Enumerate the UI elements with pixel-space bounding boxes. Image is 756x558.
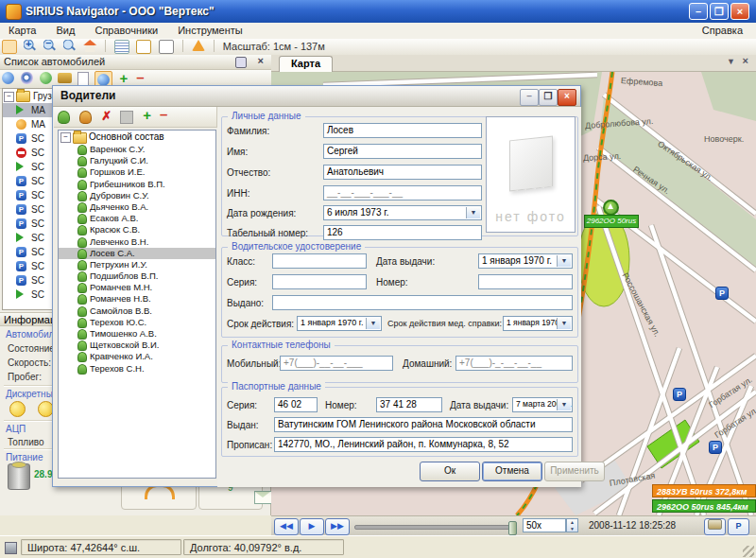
chevron-down-icon[interactable]: ▼ xyxy=(557,255,571,267)
driver-tree-item[interactable]: Грибешников В.П. xyxy=(59,179,215,190)
parking-marker-icon[interactable]: P xyxy=(709,441,722,454)
add-icon[interactable]: + xyxy=(119,71,128,85)
class-input[interactable] xyxy=(272,253,367,269)
delete-driver-icon[interactable]: ✗ xyxy=(101,109,112,123)
driver-tree-item[interactable]: Петрухин И.У. xyxy=(59,259,215,270)
remove-group-icon[interactable]: – xyxy=(160,108,167,120)
driver-tree-item[interactable]: Самойлов В.В. xyxy=(59,305,215,317)
play-icon[interactable]: ▶ xyxy=(300,518,324,535)
edit-icon[interactable] xyxy=(136,40,151,54)
add-driver-icon[interactable] xyxy=(58,111,70,124)
menu-vid[interactable]: Вид xyxy=(48,23,84,38)
med-valid-combo[interactable]: 1 января 1970 г.▼ xyxy=(503,316,573,331)
mobile-input[interactable]: +7(___)-__-__-___ xyxy=(280,356,393,371)
license-series-input[interactable] xyxy=(272,274,367,289)
menu-spravochniki[interactable]: Справочники xyxy=(86,23,166,38)
timeline-slider[interactable] xyxy=(354,525,515,530)
passport-issue-combo[interactable]: 7 марта 2002 г.▼ xyxy=(512,397,573,412)
driver-tree-item[interactable]: Лосев С.А. xyxy=(59,248,215,259)
driver-tree-item[interactable]: Варенюк С.У. xyxy=(59,144,215,155)
employee-number-input[interactable]: 126 xyxy=(323,225,482,240)
select-area-icon[interactable] xyxy=(159,40,174,54)
envelope-icon[interactable] xyxy=(254,491,272,504)
driver-tree-item[interactable]: Подшиблов В.П. xyxy=(59,270,215,282)
dialog-close-button[interactable]: × xyxy=(558,89,576,106)
parking-marker-icon[interactable]: P xyxy=(715,287,729,300)
resize-grip[interactable] xyxy=(743,546,754,557)
eye-icon[interactable] xyxy=(21,72,33,84)
zoom-in-icon[interactable] xyxy=(24,40,37,52)
dialog-title-bar[interactable]: Водители – ❐ × xyxy=(53,86,580,107)
ok-button[interactable]: Ок xyxy=(420,462,480,481)
driver-tree-item[interactable]: Кравченко И.А. xyxy=(59,351,215,362)
chevron-down-icon[interactable]: ▼ xyxy=(557,318,571,329)
map-close-icon[interactable]: × xyxy=(743,55,748,66)
birthdate-combo[interactable]: 6 июля 1973 г.▼ xyxy=(323,205,482,220)
panel-close-icon[interactable]: × xyxy=(258,55,264,66)
driver-tree-item[interactable]: Терехов Ю.С. xyxy=(59,317,215,328)
restore-button[interactable]: ❐ xyxy=(710,3,729,20)
truck-icon[interactable] xyxy=(58,73,72,83)
globe-green-icon[interactable] xyxy=(40,72,52,84)
list-icon[interactable] xyxy=(114,40,129,54)
driver-tree-item[interactable]: Горшков И.Е. xyxy=(59,166,215,178)
globe-icon[interactable] xyxy=(2,72,14,84)
menu-instrumenty[interactable]: Инструменты xyxy=(169,23,251,38)
driver-tree-item[interactable]: Романчев М.Н. xyxy=(59,282,215,293)
save-icon[interactable] xyxy=(120,111,133,124)
driver-tree-item[interactable]: Галуцкий С.И. xyxy=(59,155,215,166)
driver-tree-item[interactable]: Романчев Н.В. xyxy=(59,293,215,305)
parking-marker-icon[interactable]: P xyxy=(673,388,686,401)
move-driver-icon[interactable] xyxy=(79,111,92,124)
collapse-icon[interactable]: − xyxy=(4,92,14,102)
menu-karta[interactable]: Карта xyxy=(0,23,44,38)
inn-input[interactable]: __-__-___-___-__ xyxy=(323,185,482,201)
driver-tree-root[interactable]: − Основной состав xyxy=(59,131,215,144)
driver-tree-item[interactable]: Левченко В.Н. xyxy=(59,236,215,248)
report-icon[interactable] xyxy=(77,72,89,86)
driver-tree-item[interactable]: Дубровин С.У. xyxy=(59,190,215,201)
pan-tool-icon[interactable] xyxy=(2,40,17,54)
patronymic-input[interactable]: Анатольевич xyxy=(323,165,482,180)
zoom-select-icon[interactable] xyxy=(63,40,77,52)
license-valid-combo[interactable]: 1 января 1970 г.▼ xyxy=(297,316,382,331)
chevron-down-icon[interactable]: ▼ xyxy=(727,57,735,66)
minimize-button[interactable]: – xyxy=(689,3,708,20)
speed-spinner[interactable]: ▲▼ xyxy=(566,518,578,532)
snapshot-button[interactable] xyxy=(704,518,726,535)
driver-tree-item[interactable]: Тимошенко А.В. xyxy=(59,328,215,340)
address-input[interactable]: 142770, МО., Ленинский район, п. Коммуна… xyxy=(274,437,573,452)
cancel-button[interactable]: Отмена xyxy=(482,462,542,481)
driver-tree-item[interactable]: Дьяченко В.А. xyxy=(59,201,215,213)
step-forward-icon[interactable]: ▶▶ xyxy=(325,518,350,535)
license-issue-combo[interactable]: 1 января 1970 г.▼ xyxy=(478,253,573,269)
add-group-icon[interactable]: + xyxy=(143,108,151,122)
dialog-maximize-button[interactable]: ❐ xyxy=(539,89,558,106)
driver-tree-item[interactable]: Есаков А.В. xyxy=(59,213,215,224)
slider-thumb[interactable] xyxy=(508,521,517,535)
passport-series-input[interactable]: 46 02 xyxy=(274,397,318,412)
close-button[interactable]: × xyxy=(730,3,749,20)
dialog-minimize-button[interactable]: – xyxy=(520,89,539,106)
driver-tree-item[interactable]: Красюк С.В. xyxy=(59,224,215,235)
chevron-down-icon[interactable]: ▼ xyxy=(366,318,380,329)
surname-input[interactable]: Лосев xyxy=(323,123,482,138)
home-icon[interactable] xyxy=(83,40,96,52)
passport-issued-by-input[interactable]: Ватутинским ГОМ Ленинского района Москов… xyxy=(274,417,573,432)
remove-icon[interactable]: – xyxy=(136,71,144,83)
home-phone-input[interactable]: +7(___)-_-__-__-__ xyxy=(455,356,573,371)
chevron-down-icon[interactable]: ▼ xyxy=(466,207,480,218)
license-issued-by-input[interactable] xyxy=(272,295,573,310)
collapse-icon[interactable]: − xyxy=(60,132,71,143)
license-number-input[interactable] xyxy=(478,274,573,289)
parking-toggle-button[interactable]: P xyxy=(728,518,749,535)
measure-icon[interactable] xyxy=(192,40,205,51)
firstname-input[interactable]: Сергей xyxy=(323,144,482,159)
driver-tree-item[interactable]: Щетковской В.И. xyxy=(59,340,215,351)
step-back-icon[interactable]: ◀◀ xyxy=(274,518,299,535)
menu-spravka[interactable]: Справка xyxy=(698,23,747,38)
zoom-out-icon[interactable] xyxy=(43,40,57,52)
driver-tree-item[interactable]: Терехов С.Н. xyxy=(59,363,215,375)
chevron-down-icon[interactable]: ▼ xyxy=(557,399,571,410)
passport-number-input[interactable]: 37 41 28 xyxy=(376,397,442,412)
